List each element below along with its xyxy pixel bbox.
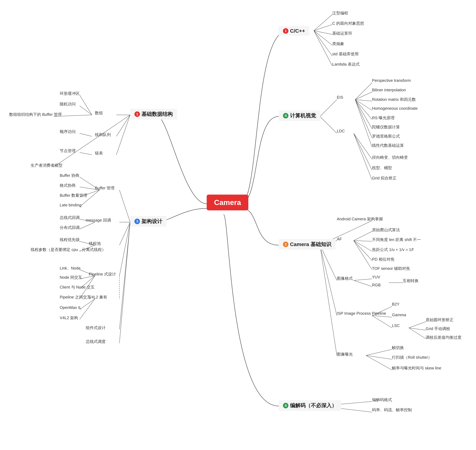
- svg-line-63: [80, 95, 92, 115]
- svg-line-52: [119, 222, 130, 276]
- leaf-eis-3: Rotation matrix 和四元数: [372, 97, 416, 102]
- svg-line-0: [314, 15, 332, 31]
- leaf-eis-7: 罗德里格斯公式: [372, 134, 400, 139]
- svg-line-26: [320, 245, 337, 280]
- svg-line-7: [355, 83, 372, 100]
- group-message: message 回调: [86, 218, 111, 223]
- group-component: 组件式设计: [86, 325, 106, 331]
- svg-line-38: [366, 349, 392, 355]
- leaf-cpp-2: C 的面向对象思想: [332, 21, 364, 26]
- leaf-rgb: RGB: [372, 283, 381, 287]
- main-node-struct: 1 基础数据结构: [130, 109, 177, 119]
- main-node-arch: 3 架构设计: [130, 216, 167, 227]
- svg-line-11: [355, 100, 372, 119]
- leaf-android: Android Camera 架构掌握: [337, 216, 383, 222]
- leaf-buf-1: Buffer 协商: [60, 173, 79, 178]
- group-queue: 线和队列: [95, 132, 111, 137]
- svg-line-16: [354, 133, 372, 159]
- svg-line-40: [366, 355, 392, 370]
- svg-line-41: [119, 190, 130, 222]
- group-thread: 线程池: [89, 241, 101, 246]
- badge-camera-basic: 2: [283, 242, 288, 247]
- leaf-lsc-3: 调校后差值均衡过度: [426, 335, 461, 340]
- svg-line-34: [409, 322, 426, 328]
- leaf-arr-2: 随机访问: [60, 101, 76, 107]
- svg-line-59: [80, 299, 95, 320]
- leaf-producer: 生产者消费者模型: [31, 163, 63, 168]
- label-codec: 编解码（不必深入）: [290, 402, 337, 409]
- group-image-format: 图像格式: [337, 276, 353, 281]
- leaf-af-4: PD 相位对焦: [372, 257, 395, 262]
- group-exposure: 图像曝光: [337, 352, 353, 357]
- svg-line-37: [320, 245, 337, 355]
- leaf-arr-1: 环形缓冲区: [60, 91, 80, 96]
- svg-line-21: [354, 231, 372, 241]
- svg-line-68: [116, 115, 130, 155]
- leaf-lsc-1: 原始圆环形矫正: [426, 317, 453, 323]
- leaf-eis-8: 线性代数基础运算: [372, 143, 404, 148]
- svg-line-24: [354, 241, 372, 261]
- leaf-queue-1: 顺序访问: [60, 129, 76, 134]
- leaf-msg-2: 分布式回调: [60, 225, 80, 230]
- svg-line-27: [354, 279, 372, 280]
- leaf-af-2: 不同角度 len 距离 shift 不一: [372, 237, 421, 242]
- svg-line-35: [409, 328, 426, 330]
- leaf-arr-3: 数组组织结构下的 Buffer 管理: [9, 112, 62, 117]
- leaf-pip-3: Client 与 Node 交互: [60, 284, 95, 290]
- svg-line-49: [119, 222, 130, 245]
- leaf-linked-1: 节点管理: [60, 148, 76, 154]
- leaf-eis-5: RS 曝光原理: [372, 115, 395, 121]
- svg-line-6: [320, 100, 337, 116]
- svg-line-69: [80, 153, 92, 155]
- leaf-convert: 互相转换: [403, 278, 418, 284]
- svg-line-17: [354, 133, 372, 170]
- leaf-exp-3: 帧率与曝光时间与 skew line: [392, 365, 441, 371]
- group-eis: EIS: [337, 95, 343, 100]
- badge-arch: 3: [134, 219, 140, 224]
- leaf-cpp-5: std 基础库使用: [332, 51, 359, 57]
- svg-line-12: [355, 100, 372, 129]
- svg-line-4: [314, 31, 332, 56]
- leaf-exp-2: 行扫描（Roll shutter）: [392, 355, 432, 360]
- svg-line-23: [354, 241, 372, 251]
- badge-codec: 4: [283, 403, 288, 408]
- leaf-ldc-1: 径向畸变、切向畸变: [372, 155, 408, 160]
- leaf-cpp-6: Lambda 表达式: [332, 62, 360, 67]
- leaf-ldc-3: Grid 拟合矫正: [372, 175, 396, 181]
- leaf-yuv: YUV: [372, 275, 380, 279]
- svg-line-32: [372, 316, 392, 317]
- svg-line-13: [355, 100, 372, 138]
- svg-line-8: [355, 92, 372, 100]
- svg-line-67: [80, 133, 92, 136]
- leaf-af-1: 原始爬山式算法: [372, 227, 400, 233]
- label-cpp: C/C++: [290, 28, 305, 34]
- leaf-cpp-4: 类抽象: [332, 41, 344, 47]
- group-pipeline: Pipeline 式设计: [89, 272, 116, 277]
- leaf-v4l2-2: V4L2 架构: [60, 315, 78, 320]
- leaf-eis-2: Biliner interpolation: [372, 88, 406, 92]
- svg-line-33: [372, 316, 392, 328]
- badge-cv: 4: [283, 113, 288, 118]
- leaf-v4l2-1: OpenMax IL: [60, 305, 81, 310]
- leaf-codec-2: 码率、码流、帧率控制: [372, 407, 412, 413]
- main-node-codec: 4 编解码（不必深入）: [279, 400, 341, 411]
- leaf-thread-1: 线程优先级: [60, 237, 80, 242]
- label-camera-basic: Camera 基础知识: [290, 241, 331, 248]
- leaf-eis-4: Homogeneous coordinate: [372, 106, 418, 111]
- leaf-pip-1: Link、Node: [60, 266, 81, 271]
- leaf-gamma: Gamma: [392, 313, 406, 317]
- group-array: 数组: [95, 110, 103, 116]
- svg-line-30: [320, 245, 337, 316]
- leaf-codec-1: 编解码格式: [372, 397, 392, 403]
- svg-line-45: [80, 190, 99, 207]
- leaf-buf-4: Late binding: [60, 203, 81, 207]
- svg-line-66: [116, 115, 130, 136]
- label-cv: 计算机视觉: [290, 112, 316, 119]
- label-struct: 基础数据结构: [141, 111, 173, 118]
- main-node-cv: 4 计算机视觉: [279, 110, 320, 121]
- leaf-exp-1: 帧切换: [392, 345, 404, 350]
- leaf-cpp-3: 基础运算符: [332, 31, 352, 36]
- badge-cpp: 1: [283, 28, 288, 34]
- svg-line-9: [355, 100, 372, 101]
- label-arch: 架构设计: [141, 218, 162, 225]
